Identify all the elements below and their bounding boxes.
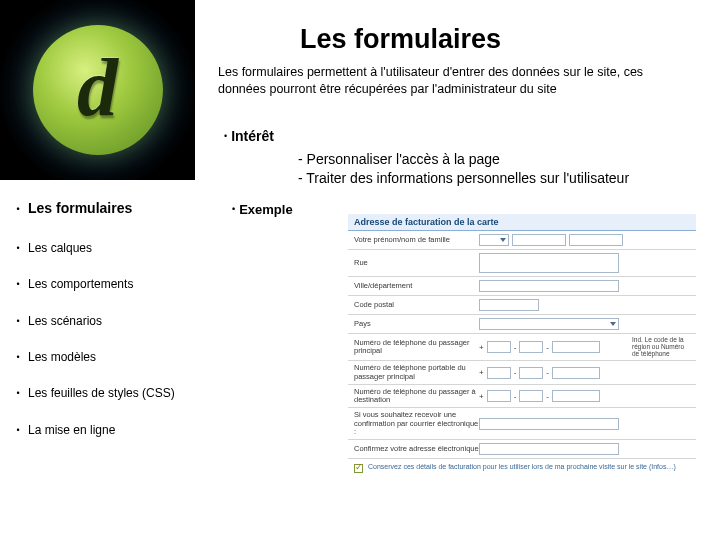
form-header: Adresse de facturation de la carte (348, 214, 696, 231)
country-select[interactable] (479, 318, 619, 330)
mobile-number-input[interactable] (552, 367, 600, 379)
nav-item-formulaires[interactable]: • Les formulaires (8, 200, 203, 217)
exemple-heading: Exemple (239, 202, 292, 217)
bullet-icon: • (8, 386, 28, 399)
dash-icon: - (514, 368, 517, 377)
bullet-icon: • (8, 314, 28, 327)
lastname-input[interactable] (569, 234, 623, 246)
label-postal: Code postal (354, 301, 479, 309)
bullet-icon: • (8, 423, 28, 436)
phone-side-note: Ind. Le code de la région ou Numéro de t… (632, 337, 690, 357)
phone-ind-input[interactable] (487, 341, 511, 353)
dash-icon: - (514, 392, 517, 401)
row-phone-mobile: Numéro de téléphone portable du passager… (348, 361, 696, 385)
nav-item-comportements[interactable]: • Les comportements (8, 277, 203, 291)
plus-icon: + (479, 343, 484, 352)
nav-label: Les calques (28, 241, 203, 255)
title-select[interactable] (479, 234, 509, 246)
email-input[interactable] (479, 418, 619, 430)
interet-line-1: - Personnaliser l'accès à la page (298, 150, 629, 169)
label-email: Si vous souhaitez recevoir une confirmat… (354, 411, 479, 436)
nav-item-scenarios[interactable]: • Les scénarios (8, 314, 203, 328)
bullet-icon: • (8, 350, 28, 363)
nav-label: Les feuilles de styles (CSS) (28, 386, 203, 400)
mobile-ind-input[interactable] (487, 367, 511, 379)
label-city: Ville/département (354, 282, 479, 290)
row-save-details: Conservez ces détails de facturation pou… (348, 459, 696, 477)
dash-icon: - (546, 343, 549, 352)
label-country: Pays (354, 320, 479, 328)
label-phone-mobile: Numéro de téléphone portable du passager… (354, 364, 479, 381)
mobile-area-input[interactable] (519, 367, 543, 379)
row-name: Votre prénom/nom de famille (348, 231, 696, 250)
postal-input[interactable] (479, 299, 539, 311)
row-postal: Code postal (348, 296, 696, 315)
interet-heading: Intérêt (231, 128, 274, 144)
label-email-confirm: Confirmez votre adresse électronique (354, 445, 479, 453)
bullet-icon: • (224, 131, 227, 141)
nav-label: La mise en ligne (28, 423, 203, 437)
label-phone-dest: Numéro de téléphone du passager à destin… (354, 388, 479, 405)
bullet-icon: • (8, 241, 28, 254)
nav-label: Les scénarios (28, 314, 203, 328)
nav-label: Les formulaires (28, 200, 203, 217)
email-confirm-input[interactable] (479, 443, 619, 455)
dest-ind-input[interactable] (487, 390, 511, 402)
save-checkbox[interactable] (354, 464, 363, 473)
row-phone-main: Numéro de téléphone du passager principa… (348, 334, 696, 361)
street-input[interactable] (479, 253, 619, 273)
sidebar-nav: • Les formulaires • Les calques • Les co… (8, 200, 203, 459)
city-input[interactable] (479, 280, 619, 292)
dreamweaver-logo: d (33, 25, 163, 155)
label-name: Votre prénom/nom de famille (354, 236, 479, 244)
page-title: Les formulaires (300, 24, 501, 55)
plus-icon: + (479, 368, 484, 377)
intro-text: Les formulaires permettent à l'utilisate… (218, 64, 688, 98)
bullet-icon: • (8, 200, 28, 215)
dest-number-input[interactable] (552, 390, 600, 402)
firstname-input[interactable] (512, 234, 566, 246)
label-street: Rue (354, 259, 479, 267)
nav-label: Les modèles (28, 350, 203, 364)
logo-letter-d: d (77, 41, 118, 135)
nav-item-modeles[interactable]: • Les modèles (8, 350, 203, 364)
dash-icon: - (546, 392, 549, 401)
nav-item-calques[interactable]: • Les calques (8, 241, 203, 255)
row-email: Si vous souhaitez recevoir une confirmat… (348, 408, 696, 440)
row-street: Rue (348, 250, 696, 277)
row-email-confirm: Confirmez votre adresse électronique (348, 440, 696, 459)
row-city: Ville/département (348, 277, 696, 296)
plus-icon: + (479, 392, 484, 401)
phone-area-input[interactable] (519, 341, 543, 353)
nav-item-css[interactable]: • Les feuilles de styles (CSS) (8, 386, 203, 400)
interet-line-2: - Traiter des informations personnelles … (298, 169, 629, 188)
logo-panel: d (0, 0, 195, 180)
row-country: Pays (348, 315, 696, 334)
row-phone-dest: Numéro de téléphone du passager à destin… (348, 385, 696, 409)
bullet-icon: • (8, 277, 28, 290)
dash-icon: - (546, 368, 549, 377)
nav-item-publish[interactable]: • La mise en ligne (8, 423, 203, 437)
label-phone-main: Numéro de téléphone du passager principa… (354, 339, 479, 356)
nav-label: Les comportements (28, 277, 203, 291)
save-note: Conservez ces détails de facturation pou… (368, 463, 676, 471)
phone-number-input[interactable] (552, 341, 600, 353)
form-example: Adresse de facturation de la carte Votre… (348, 214, 696, 477)
interet-content: - Personnaliser l'accès à la page - Trai… (298, 150, 629, 188)
section-interet: •Intérêt (224, 128, 274, 144)
section-exemple: •Exemple (232, 202, 293, 217)
dest-area-input[interactable] (519, 390, 543, 402)
bullet-icon: • (232, 204, 235, 214)
dash-icon: - (514, 343, 517, 352)
